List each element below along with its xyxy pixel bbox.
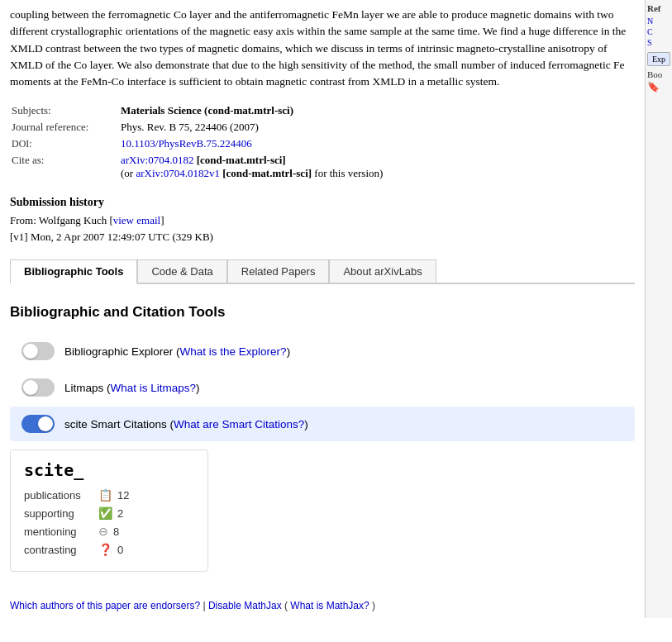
scite-publications-row: publications 📋 12: [24, 488, 194, 502]
bib-exp-close: ): [287, 345, 291, 358]
sidebar-export-btn[interactable]: Exp: [647, 52, 670, 66]
submission-history: Submission history From: Wolfgang Kuch […: [10, 196, 635, 245]
sidebar-bookmark-icon: 🔖: [647, 81, 660, 93]
litmaps-toggle[interactable]: [21, 378, 55, 397]
scite-contrasting-row: contrasting ❓ 0: [24, 543, 194, 556]
subjects-row: Subjects: Materials Science (cond-mat.mt…: [12, 103, 633, 118]
scite-label: scite Smart Citations (What are Smart Ci…: [64, 418, 308, 430]
cite-label: Cite as:: [12, 153, 119, 181]
doi-label: DOI:: [12, 136, 119, 151]
bibliographic-explorer-knob: [23, 344, 38, 359]
metadata-table: Subjects: Materials Science (cond-mat.mt…: [10, 102, 635, 183]
submission-v1-label: [v1]: [10, 231, 28, 243]
bib-exp-link[interactable]: What is the Explorer?: [180, 345, 287, 358]
cite-primary-link[interactable]: arXiv:0704.0182: [121, 154, 193, 166]
sidebar-ref-label: Ref: [647, 3, 670, 13]
scite-supporting-row: supporting ✅ 2: [24, 506, 194, 520]
bib-section-title: Bibliographic and Citation Tools: [10, 304, 635, 321]
tabs-container: Bibliographic Tools Code & Data Related …: [10, 259, 635, 284]
cite-row: Cite as: arXiv:0704.0182 [cond-mat.mtrl-…: [12, 153, 633, 181]
scite-toggle[interactable]: [21, 415, 55, 433]
scite-knob: [38, 416, 53, 431]
litmaps-knob: [23, 380, 38, 395]
journal-label: Journal reference:: [12, 120, 119, 135]
litmaps-close: ): [196, 382, 200, 394]
bib-exp-label-text: Bibliographic Explorer (: [64, 345, 180, 358]
journal-row: Journal reference: Phys. Rev. B 75, 2244…: [12, 120, 633, 135]
tab-bibliographic[interactable]: Bibliographic Tools: [10, 259, 137, 284]
litmaps-link[interactable]: What is Litmaps?: [111, 382, 197, 394]
mathjax-paren-open: (: [284, 600, 288, 611]
view-email-link[interactable]: view email: [113, 214, 160, 226]
tab-code-data[interactable]: Code & Data: [137, 259, 226, 283]
tab-content-bibliographic: Bibliographic and Citation Tools Bibliog…: [10, 297, 635, 587]
submission-v1: [v1] Mon, 2 Apr 2007 12:49:07 UTC (329 K…: [10, 229, 635, 245]
litmaps-label: Litmaps (What is Litmaps?): [64, 382, 200, 394]
doi-value: 10.1103/PhysRevB.75.224406: [121, 136, 633, 151]
cite-v1-bracket: [cond-mat.mtrl-sci]: [222, 167, 312, 179]
scite-widget: scite_ publications 📋 12 supporting ✅ 2 …: [10, 449, 208, 572]
scite-mentioning-count: 8: [113, 525, 119, 538]
scite-publications-label: publications: [24, 489, 98, 502]
scite-logo: scite_: [24, 460, 194, 480]
what-mathjax-link[interactable]: What is MathJax?: [290, 600, 369, 611]
bibliographic-explorer-label: Bibliographic Explorer (What is the Expl…: [64, 345, 290, 358]
subjects-value: Materials Science (cond-mat.mtrl-sci): [121, 103, 633, 118]
scite-publications-count: 12: [117, 489, 129, 502]
sidebar-bookmark-label: Boo: [647, 69, 670, 79]
disable-mathjax-link[interactable]: Disable MathJax: [208, 600, 282, 611]
cite-bracket: [cond-mat.mtrl-sci]: [197, 154, 286, 166]
cite-v1-suffix: for this version): [314, 167, 383, 179]
scite-close: ): [304, 418, 308, 430]
submission-from: From: Wolfgang Kuch [view email]: [10, 212, 635, 229]
tab-related-papers[interactable]: Related Papers: [227, 259, 330, 283]
journal-value: Phys. Rev. B 75, 224406 (2007): [121, 120, 633, 135]
toggle-row-scite: scite Smart Citations (What are Smart Ci…: [10, 407, 635, 441]
footer-links: Which authors of this paper are endorser…: [10, 600, 635, 611]
sidebar-link-s[interactable]: S: [647, 38, 670, 47]
submission-from-close: ]: [160, 214, 164, 226]
mentioning-icon: ⊖: [98, 525, 108, 538]
scite-supporting-label: supporting: [24, 507, 98, 520]
toggle-row-bibliographic-explorer: Bibliographic Explorer (What is the Expl…: [10, 334, 635, 369]
submission-from-label: From: Wolfgang Kuch [: [10, 214, 113, 226]
doi-link[interactable]: 10.1103/PhysRevB.75.224406: [121, 137, 252, 150]
sidebar: Ref N C S Exp Boo 🔖: [645, 0, 672, 618]
scite-link[interactable]: What are Smart Citations?: [174, 418, 304, 430]
subjects-bold: Materials Science (cond-mat.mtrl-sci): [121, 104, 293, 117]
submission-v1-date: Mon, 2 Apr 2007 12:49:07 UTC (329 KB): [31, 231, 213, 243]
doi-label-text: DOI:: [12, 138, 32, 150]
scite-supporting-count: 2: [117, 507, 123, 520]
publications-icon: 📋: [98, 488, 112, 502]
supporting-icon: ✅: [98, 506, 112, 520]
scite-mentioning-row: mentioning ⊖ 8: [24, 525, 194, 538]
subjects-label: Subjects:: [12, 103, 119, 118]
cite-value: arXiv:0704.0182 [cond-mat.mtrl-sci] (or …: [121, 153, 633, 181]
mathjax-paren-close: ): [372, 600, 375, 611]
scite-contrasting-label: contrasting: [24, 544, 98, 556]
contrasting-icon: ❓: [98, 543, 112, 556]
doi-row: DOI: 10.1103/PhysRevB.75.224406: [12, 136, 633, 151]
cite-v1-link[interactable]: arXiv:0704.0182v1: [136, 167, 219, 179]
scite-contrasting-count: 0: [117, 544, 123, 556]
bibliographic-explorer-toggle[interactable]: [21, 342, 55, 360]
sidebar-link-n[interactable]: N: [647, 17, 670, 26]
tab-about-arxivlabs[interactable]: About arXivLabs: [329, 259, 436, 283]
scite-label-text: scite Smart Citations (: [64, 418, 174, 430]
toggle-row-litmaps: Litmaps (What is Litmaps?): [10, 370, 635, 405]
litmaps-label-text: Litmaps (: [64, 382, 111, 394]
endorsers-link[interactable]: Which authors of this paper are endorser…: [10, 600, 200, 611]
scite-mentioning-label: mentioning: [24, 525, 98, 538]
cite-or: (or: [121, 167, 133, 179]
sidebar-link-c[interactable]: C: [647, 27, 670, 36]
submission-history-title: Submission history: [10, 196, 635, 209]
abstract-text: coupling between the ferromagnetic Co la…: [10, 7, 635, 90]
